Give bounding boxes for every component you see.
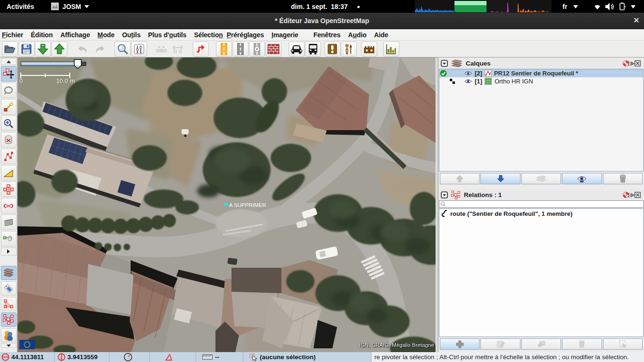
svg-text:A SUPPRIMER: A SUPPRIMER (229, 202, 266, 208)
